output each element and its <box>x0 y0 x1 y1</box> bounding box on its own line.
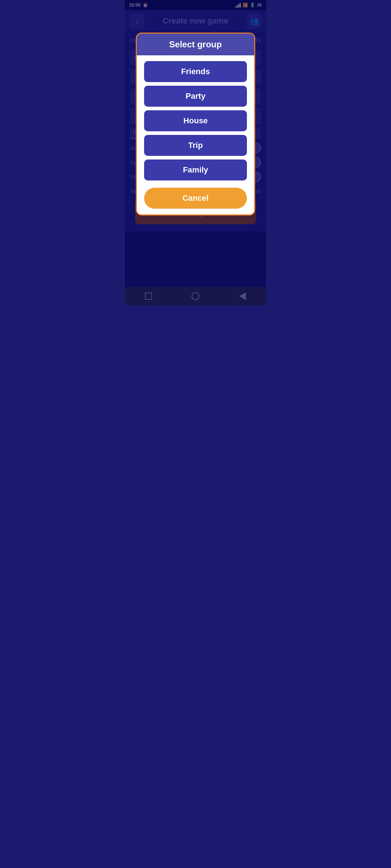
modal-overlay: Select group Friends Party House Trip Fa… <box>125 0 266 305</box>
cancel-button[interactable]: Cancel <box>144 188 247 209</box>
group-party-button[interactable]: Party <box>144 86 247 107</box>
group-friends-button[interactable]: Friends <box>144 61 247 82</box>
group-family-button[interactable]: Family <box>144 159 247 180</box>
modal-title: Select group <box>169 39 222 49</box>
select-group-modal: Select group Friends Party House Trip Fa… <box>136 33 255 216</box>
modal-header: Select group <box>137 34 254 55</box>
group-house-button[interactable]: House <box>144 110 247 131</box>
modal-body: Friends Party House Trip Family Cancel <box>137 55 254 214</box>
group-trip-button[interactable]: Trip <box>144 135 247 156</box>
